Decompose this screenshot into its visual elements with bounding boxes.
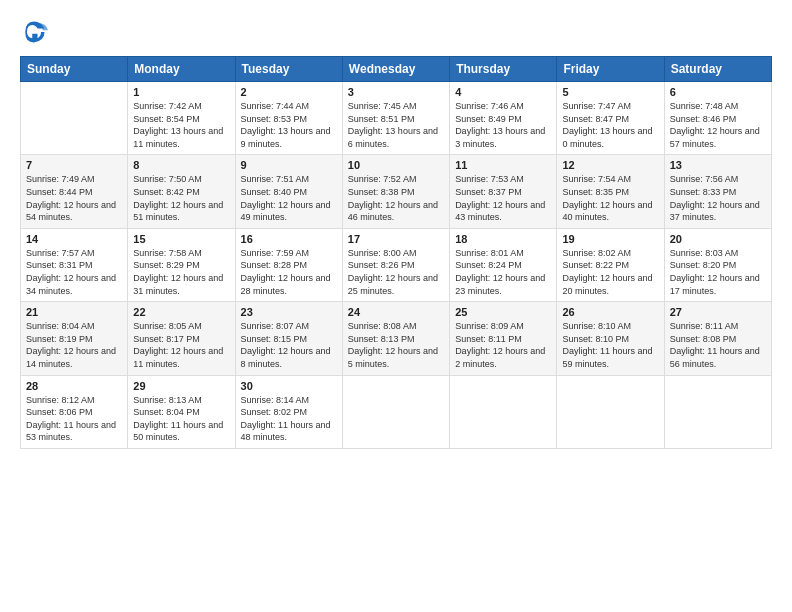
day-info: Sunrise: 8:09 AMSunset: 8:11 PMDaylight:… [455, 320, 551, 370]
day-number: 23 [241, 306, 337, 318]
calendar-cell: 9Sunrise: 7:51 AMSunset: 8:40 PMDaylight… [235, 155, 342, 228]
weekday-header: Sunday [21, 57, 128, 82]
day-info: Sunrise: 8:01 AMSunset: 8:24 PMDaylight:… [455, 247, 551, 297]
day-info: Sunrise: 7:48 AMSunset: 8:46 PMDaylight:… [670, 100, 766, 150]
day-number: 9 [241, 159, 337, 171]
day-info: Sunrise: 7:54 AMSunset: 8:35 PMDaylight:… [562, 173, 658, 223]
calendar-cell: 12Sunrise: 7:54 AMSunset: 8:35 PMDayligh… [557, 155, 664, 228]
calendar-cell [557, 375, 664, 448]
day-number: 20 [670, 233, 766, 245]
calendar-cell: 21Sunrise: 8:04 AMSunset: 8:19 PMDayligh… [21, 302, 128, 375]
calendar-cell: 27Sunrise: 8:11 AMSunset: 8:08 PMDayligh… [664, 302, 771, 375]
day-info: Sunrise: 8:04 AMSunset: 8:19 PMDaylight:… [26, 320, 122, 370]
day-number: 4 [455, 86, 551, 98]
calendar-cell [21, 82, 128, 155]
day-number: 17 [348, 233, 444, 245]
day-info: Sunrise: 7:52 AMSunset: 8:38 PMDaylight:… [348, 173, 444, 223]
day-number: 30 [241, 380, 337, 392]
day-info: Sunrise: 8:07 AMSunset: 8:15 PMDaylight:… [241, 320, 337, 370]
weekday-header: Wednesday [342, 57, 449, 82]
day-number: 22 [133, 306, 229, 318]
calendar-cell [450, 375, 557, 448]
day-number: 1 [133, 86, 229, 98]
day-number: 12 [562, 159, 658, 171]
calendar-cell: 5Sunrise: 7:47 AMSunset: 8:47 PMDaylight… [557, 82, 664, 155]
calendar-cell: 6Sunrise: 7:48 AMSunset: 8:46 PMDaylight… [664, 82, 771, 155]
day-info: Sunrise: 7:46 AMSunset: 8:49 PMDaylight:… [455, 100, 551, 150]
day-number: 7 [26, 159, 122, 171]
calendar-cell: 25Sunrise: 8:09 AMSunset: 8:11 PMDayligh… [450, 302, 557, 375]
day-info: Sunrise: 8:10 AMSunset: 8:10 PMDaylight:… [562, 320, 658, 370]
calendar-cell: 17Sunrise: 8:00 AMSunset: 8:26 PMDayligh… [342, 228, 449, 301]
day-info: Sunrise: 8:03 AMSunset: 8:20 PMDaylight:… [670, 247, 766, 297]
day-info: Sunrise: 8:00 AMSunset: 8:26 PMDaylight:… [348, 247, 444, 297]
day-info: Sunrise: 8:13 AMSunset: 8:04 PMDaylight:… [133, 394, 229, 444]
day-info: Sunrise: 7:47 AMSunset: 8:47 PMDaylight:… [562, 100, 658, 150]
day-number: 16 [241, 233, 337, 245]
day-number: 3 [348, 86, 444, 98]
day-info: Sunrise: 7:59 AMSunset: 8:28 PMDaylight:… [241, 247, 337, 297]
day-number: 5 [562, 86, 658, 98]
day-info: Sunrise: 7:58 AMSunset: 8:29 PMDaylight:… [133, 247, 229, 297]
day-number: 11 [455, 159, 551, 171]
day-info: Sunrise: 7:56 AMSunset: 8:33 PMDaylight:… [670, 173, 766, 223]
day-number: 19 [562, 233, 658, 245]
weekday-header: Tuesday [235, 57, 342, 82]
day-number: 25 [455, 306, 551, 318]
day-number: 21 [26, 306, 122, 318]
day-info: Sunrise: 7:44 AMSunset: 8:53 PMDaylight:… [241, 100, 337, 150]
day-info: Sunrise: 7:50 AMSunset: 8:42 PMDaylight:… [133, 173, 229, 223]
calendar-cell [342, 375, 449, 448]
logo-icon [20, 18, 48, 46]
calendar-cell: 16Sunrise: 7:59 AMSunset: 8:28 PMDayligh… [235, 228, 342, 301]
calendar-cell: 10Sunrise: 7:52 AMSunset: 8:38 PMDayligh… [342, 155, 449, 228]
calendar-cell: 3Sunrise: 7:45 AMSunset: 8:51 PMDaylight… [342, 82, 449, 155]
day-number: 13 [670, 159, 766, 171]
day-number: 14 [26, 233, 122, 245]
weekday-header: Thursday [450, 57, 557, 82]
day-number: 2 [241, 86, 337, 98]
day-number: 29 [133, 380, 229, 392]
logo [20, 18, 52, 46]
calendar-cell: 15Sunrise: 7:58 AMSunset: 8:29 PMDayligh… [128, 228, 235, 301]
weekday-header: Monday [128, 57, 235, 82]
day-info: Sunrise: 8:05 AMSunset: 8:17 PMDaylight:… [133, 320, 229, 370]
day-number: 18 [455, 233, 551, 245]
calendar-cell: 4Sunrise: 7:46 AMSunset: 8:49 PMDaylight… [450, 82, 557, 155]
day-number: 15 [133, 233, 229, 245]
calendar-cell: 24Sunrise: 8:08 AMSunset: 8:13 PMDayligh… [342, 302, 449, 375]
calendar-cell: 19Sunrise: 8:02 AMSunset: 8:22 PMDayligh… [557, 228, 664, 301]
day-number: 27 [670, 306, 766, 318]
calendar-cell: 23Sunrise: 8:07 AMSunset: 8:15 PMDayligh… [235, 302, 342, 375]
calendar-cell [664, 375, 771, 448]
calendar-cell: 30Sunrise: 8:14 AMSunset: 8:02 PMDayligh… [235, 375, 342, 448]
calendar-cell: 2Sunrise: 7:44 AMSunset: 8:53 PMDaylight… [235, 82, 342, 155]
day-info: Sunrise: 7:42 AMSunset: 8:54 PMDaylight:… [133, 100, 229, 150]
day-number: 10 [348, 159, 444, 171]
day-info: Sunrise: 7:53 AMSunset: 8:37 PMDaylight:… [455, 173, 551, 223]
calendar-cell: 20Sunrise: 8:03 AMSunset: 8:20 PMDayligh… [664, 228, 771, 301]
header [20, 18, 772, 46]
day-number: 8 [133, 159, 229, 171]
calendar-cell: 8Sunrise: 7:50 AMSunset: 8:42 PMDaylight… [128, 155, 235, 228]
day-info: Sunrise: 8:08 AMSunset: 8:13 PMDaylight:… [348, 320, 444, 370]
calendar-cell: 28Sunrise: 8:12 AMSunset: 8:06 PMDayligh… [21, 375, 128, 448]
day-info: Sunrise: 8:11 AMSunset: 8:08 PMDaylight:… [670, 320, 766, 370]
weekday-header: Saturday [664, 57, 771, 82]
calendar-cell: 29Sunrise: 8:13 AMSunset: 8:04 PMDayligh… [128, 375, 235, 448]
weekday-header: Friday [557, 57, 664, 82]
day-info: Sunrise: 7:51 AMSunset: 8:40 PMDaylight:… [241, 173, 337, 223]
calendar-cell: 26Sunrise: 8:10 AMSunset: 8:10 PMDayligh… [557, 302, 664, 375]
calendar-cell: 7Sunrise: 7:49 AMSunset: 8:44 PMDaylight… [21, 155, 128, 228]
calendar-cell: 11Sunrise: 7:53 AMSunset: 8:37 PMDayligh… [450, 155, 557, 228]
day-number: 24 [348, 306, 444, 318]
calendar-cell: 22Sunrise: 8:05 AMSunset: 8:17 PMDayligh… [128, 302, 235, 375]
day-number: 28 [26, 380, 122, 392]
day-info: Sunrise: 7:57 AMSunset: 8:31 PMDaylight:… [26, 247, 122, 297]
day-info: Sunrise: 8:14 AMSunset: 8:02 PMDaylight:… [241, 394, 337, 444]
day-info: Sunrise: 7:49 AMSunset: 8:44 PMDaylight:… [26, 173, 122, 223]
day-info: Sunrise: 8:02 AMSunset: 8:22 PMDaylight:… [562, 247, 658, 297]
calendar-page: SundayMondayTuesdayWednesdayThursdayFrid… [0, 0, 792, 612]
calendar-table: SundayMondayTuesdayWednesdayThursdayFrid… [20, 56, 772, 449]
day-number: 6 [670, 86, 766, 98]
